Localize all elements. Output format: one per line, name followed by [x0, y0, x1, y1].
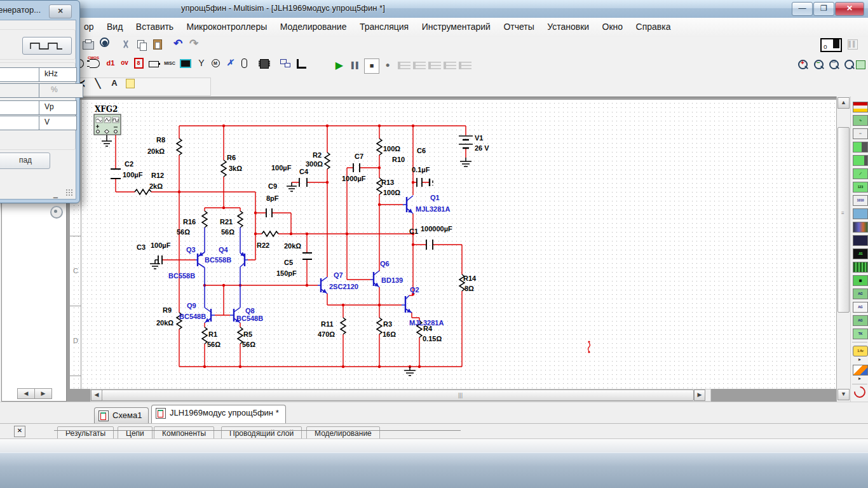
logic-converter-icon[interactable]	[853, 208, 868, 219]
spreadsheet-close-icon[interactable]: ✕	[14, 426, 25, 437]
scroll-left-icon[interactable]: ◀	[91, 390, 102, 401]
zoom-in-icon[interactable]: +	[796, 59, 809, 72]
tab-jlh1969[interactable]: JLH1969модус упрощ5фин *	[151, 405, 286, 424]
fullscreen-icon[interactable]	[854, 59, 867, 72]
maximize-button[interactable]: ❐	[813, 2, 834, 16]
scroll-down-icon[interactable]: ▼	[837, 389, 850, 400]
indicator-components-icon[interactable]: 8	[131, 56, 146, 71]
text-tool-icon[interactable]: A	[107, 76, 122, 92]
undo-icon[interactable]: ↶	[170, 37, 186, 52]
zoom-out-icon[interactable]: −	[812, 59, 825, 72]
network-analyzer-icon[interactable]: ▦	[853, 275, 868, 286]
zoom-fit-icon[interactable]	[843, 59, 855, 72]
menu-item-transfer[interactable]: Трансляция	[355, 18, 414, 32]
zoom-area-icon[interactable]: ▭	[827, 59, 840, 72]
bus-icon[interactable]	[294, 56, 309, 71]
close-button[interactable]: ✕	[835, 2, 864, 16]
run-to-cursor-icon[interactable]	[443, 58, 457, 72]
spectrum-analyzer-icon[interactable]	[853, 262, 868, 273]
minimize-button[interactable]: —	[792, 2, 813, 16]
frequency-counter-icon[interactable]: 123	[853, 182, 868, 193]
function-generator-dialog[interactable]: Генератор... ✕ kHz % Vp V пад −	[0, 0, 80, 203]
rf-components-icon[interactable]: Y	[194, 56, 209, 71]
print-preview-icon[interactable]	[97, 37, 112, 52]
toolbox-scroll-right-icon[interactable]: ▶	[34, 388, 52, 399]
breakpoint-icon[interactable]	[458, 58, 472, 72]
menu-item-tools[interactable]: Инструментарий	[417, 18, 496, 32]
cut-icon[interactable]	[118, 37, 133, 52]
power-components-icon[interactable]	[146, 56, 161, 71]
run-simulation-icon[interactable]: ▶	[332, 58, 346, 72]
mixed-components-icon[interactable]: ov	[117, 56, 132, 71]
agilent-function-generator-icon[interactable]: AG	[853, 288, 868, 299]
iv-analyzer-icon[interactable]	[853, 235, 868, 246]
scroll-right-icon[interactable]: ▶	[694, 390, 705, 401]
run-stop-switch-icon[interactable]: o	[820, 37, 842, 52]
scroll-up-icon[interactable]: ▲	[837, 97, 850, 109]
line-tool-icon[interactable]: ╲	[90, 76, 105, 92]
agilent-multimeter-icon[interactable]: AG	[853, 302, 868, 313]
record-icon[interactable]: ●	[381, 58, 395, 72]
menu-item-insert[interactable]: Вставить	[131, 18, 179, 32]
tektronix-oscilloscope-icon[interactable]: TK	[853, 329, 868, 339]
logic-analyzer-icon[interactable]	[853, 222, 868, 233]
vertical-scrollbar[interactable]: ▲ ≡ ▼	[836, 97, 850, 402]
horizontal-scroll-thumb[interactable]: |||	[102, 390, 694, 401]
menu-item-window[interactable]: Окно	[597, 18, 628, 32]
pause-simulation-icon[interactable]: ▌▌	[845, 37, 860, 52]
labview-instruments-icon[interactable]	[853, 365, 868, 376]
measurement-probe-icon[interactable]: 1.4v	[853, 346, 868, 356]
schematic-drawing[interactable]: XFG2 R8 20kΩ C2 100µF R12 2kΩ R6 3kΩ R2 …	[66, 97, 836, 389]
minus-terminal-icon[interactable]	[50, 206, 63, 219]
current-clamp-icon[interactable]	[851, 384, 867, 400]
connector-components-icon[interactable]	[236, 56, 252, 71]
multimeter-icon[interactable]	[853, 102, 868, 112]
vertical-scroll-thumb[interactable]: ≡	[837, 127, 850, 313]
function-generator-xfg2[interactable]	[94, 114, 121, 135]
tab-schema1[interactable]: Схема1	[94, 407, 149, 424]
agilent-oscilloscope-icon[interactable]: AG	[853, 315, 868, 326]
advanced-peripherals-icon[interactable]	[178, 56, 193, 71]
spreadsheet-tab-nets[interactable]: Цепи	[118, 426, 153, 439]
step-over-icon[interactable]	[412, 58, 426, 72]
menu-item-help[interactable]: Справка	[631, 18, 676, 32]
paste-icon[interactable]	[150, 37, 165, 52]
frequency-input[interactable]	[0, 67, 40, 82]
dialog-resize-grip[interactable]	[65, 189, 73, 196]
copy-icon[interactable]	[134, 37, 149, 52]
word-generator-icon[interactable]: 1010	[853, 195, 868, 206]
menu-item-simulate[interactable]: Моделирование	[275, 18, 352, 32]
function-generator-icon[interactable]: ∿	[853, 115, 868, 126]
misc-components-icon[interactable]: MISC	[162, 56, 177, 71]
square-wave-button[interactable]	[22, 37, 72, 55]
stop-icon[interactable]: ■	[364, 58, 379, 74]
print-icon[interactable]	[81, 37, 96, 52]
step-into-icon[interactable]	[397, 58, 411, 72]
toolbox-scroll-left-icon[interactable]: ◀	[17, 388, 35, 399]
distortion-analyzer-icon[interactable]: .01	[853, 248, 868, 259]
wattmeter-icon[interactable]: ▫▫	[853, 128, 868, 139]
probe-dropdown-icon[interactable]: ▸	[858, 356, 861, 362]
offset-input[interactable]	[0, 116, 40, 130]
electromechanical-components-icon[interactable]: M	[208, 56, 223, 71]
menu-item-options[interactable]: Установки	[542, 18, 594, 32]
step-out-icon[interactable]	[428, 58, 442, 72]
horizontal-scrollbar[interactable]: ◀ ||| ▶	[90, 389, 711, 402]
spreadsheet-tab-copper[interactable]: Проводящий слой	[221, 426, 302, 439]
menu-item-mcu[interactable]: Микроконтроллеры	[182, 18, 273, 32]
spreadsheet-tab-results[interactable]: Результаты	[57, 426, 114, 439]
oscilloscope-icon[interactable]	[853, 142, 868, 152]
pause-icon[interactable]: ▌▌	[349, 58, 363, 72]
hierarchical-block-icon[interactable]	[278, 56, 293, 71]
menu-item-reports[interactable]: Отчеты	[498, 18, 539, 32]
ni-components-icon[interactable]: ✗	[222, 56, 238, 71]
mcu-icon[interactable]	[257, 56, 272, 71]
four-channel-oscilloscope-icon[interactable]	[853, 155, 868, 166]
comment-tool-icon[interactable]	[123, 76, 138, 92]
dialog-close-icon[interactable]: ✕	[49, 4, 72, 18]
bode-plotter-icon[interactable]: ⟋	[853, 168, 868, 179]
spreadsheet-tab-components[interactable]: Компоненты	[154, 426, 214, 439]
menu-item-view[interactable]: Вид	[102, 18, 128, 32]
spreadsheet-tab-simulation[interactable]: Моделирование	[306, 426, 380, 439]
misc-digital-components-icon[interactable]: d1	[103, 56, 118, 71]
